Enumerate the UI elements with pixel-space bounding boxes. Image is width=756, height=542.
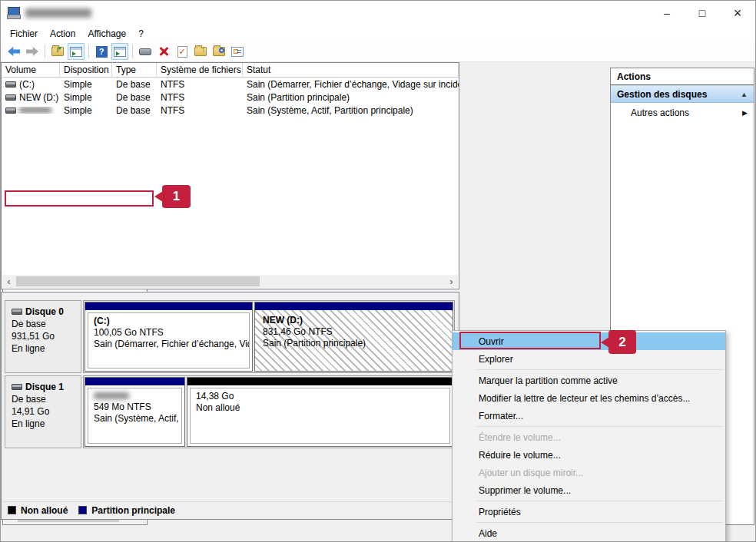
volume-row-new-d[interactable]: NEW (D:) Simple De base NTFS Sain (Parti… [2,91,459,104]
collapse-icon[interactable]: ▲ [741,91,748,98]
volume-type: De base [112,92,157,103]
console-window-button[interactable] [137,43,154,60]
partition-status: Sain (Démarrer, Fichier d’échange, Vida [94,339,244,350]
partition-size: 100,05 Go NTFS [94,327,244,339]
help-icon: ? [96,46,108,58]
show-action-pane-button[interactable] [111,43,128,60]
disk-graphical-panel: Disque 0 De base 931,51 Go En ligne (C:)… [1,292,459,520]
menu-help[interactable]: ? [132,27,150,41]
menu-affichage[interactable]: Affichage [81,27,132,41]
volume-row-redacted[interactable]: Simple De base NTFS Sain (Système, Actif… [2,104,459,117]
export-list-icon: ↱ [51,47,64,56]
action-pane-icon [114,47,126,57]
show-console-tree-button[interactable] [68,43,85,60]
scrollbar-thumb[interactable] [16,276,260,286]
back-icon [8,47,20,56]
computer-management-window: – □ × Fichier Action Affichage ? ↱ ? ✓ ↑ [0,0,756,542]
scroll-left-icon[interactable]: ‹ [2,275,15,288]
partition-context-menu: Ouvrir Explorer Marquer la partition com… [452,330,726,542]
help-button[interactable]: ? [93,43,110,60]
partition-new-d[interactable]: NEW (D:) 831,46 Go NTFS Sain (Partition … [254,302,453,372]
menu-item-modifier-lettre-lecteur[interactable]: Modifier la lettre de lecteur et les che… [453,389,725,407]
forward-icon [26,47,38,56]
volume-fs: NTFS [157,79,243,90]
menu-item-etendre-volume: Étendre le volume... [453,428,725,446]
volume-name: NEW (D:) [19,92,58,103]
disk-1-partitions: 549 Mo NTFS Sain (Système, Actif, Partit… [83,375,455,448]
volume-row-c[interactable]: (C:) Simple De base NTFS Sain (Démarrer,… [2,78,459,91]
delete-icon [158,46,169,57]
menu-action[interactable]: Action [44,27,81,41]
menu-item-formater[interactable]: Formater... [453,407,725,425]
partition-status: Non alloué [196,402,444,414]
partition-color-bar [85,302,252,310]
volume-name-redacted [19,107,51,114]
disk-kind: De base [12,318,81,330]
partition-color-bar [187,378,453,385]
partition-unallocated[interactable]: 14,38 Go Non alloué [187,377,453,447]
menubar: Fichier Action Affichage ? [1,25,755,41]
folder-up-icon: ↑ [194,47,207,56]
column-header-disposition[interactable]: Disposition [60,63,112,78]
forward-button[interactable] [24,43,41,60]
column-header-filesystem[interactable]: Système de fichiers [157,63,243,78]
partition-c[interactable]: (C:) 100,05 Go NTFS Sain (Démarrer, Fich… [85,302,253,372]
maximize-button[interactable]: □ [685,1,720,25]
properties-button[interactable] [229,43,246,60]
volume-type: De base [112,79,157,90]
partition-size: 14,38 Go [196,391,444,402]
menu-item-marquer-partition-active[interactable]: Marquer la partition comme active [453,372,725,389]
menu-item-aide[interactable]: Aide [453,524,725,542]
partition-name-redacted [94,392,129,399]
delete-button[interactable] [155,43,172,60]
volume-name: (C:) [19,79,35,90]
partition-size: 831,46 Go NTFS [263,326,445,338]
volume-disposition: Simple [60,92,112,103]
disk-name: Disque 1 [25,381,64,393]
volume-list-horizontal-scrollbar[interactable]: ‹ › [2,275,458,288]
menu-item-supprimer-volume[interactable]: Supprimer le volume... [453,481,725,499]
menu-item-proprietes[interactable]: Propriétés [453,503,725,521]
validate-button[interactable]: ✓ [174,43,191,60]
partition-system-reserved[interactable]: 549 Mo NTFS Sain (Système, Actif, Partit… [85,377,185,447]
volume-list-panel: Volume Disposition Type Système de fichi… [1,62,459,289]
folder-search-button[interactable] [211,43,227,60]
column-header-type[interactable]: Type [112,63,157,78]
toolbar-separator [132,45,133,58]
folder-up-button[interactable]: ↑ [192,43,209,60]
primary-partition-swatch [78,506,87,514]
toolbar-separator [88,45,89,58]
actions-group-label: Gestion des disques [617,89,707,100]
unallocated-swatch [8,506,16,514]
menu-separator [477,426,723,427]
disk-1-row: Disque 1 De base 14,91 Go En ligne 549 M… [5,375,455,448]
annotation-badge-step2: 2 [608,330,636,354]
autres-actions-item[interactable]: Autres actions ▶ [611,103,754,123]
annotation-badge-step1: 1 [162,185,191,208]
back-button[interactable] [5,43,22,60]
disk-size: 931,51 Go [12,330,81,342]
scroll-right-icon[interactable]: › [445,275,458,288]
menu-item-explorer[interactable]: Explorer [453,350,725,368]
close-button[interactable]: × [720,1,755,25]
disk-icon [12,309,22,315]
disk-status: En ligne [12,418,81,430]
volume-statut: Sain (Système, Actif, Partition principa… [243,105,459,116]
volume-statut: Sain (Partition principale) [243,92,459,103]
menu-separator [477,501,723,501]
column-header-volume[interactable]: Volume [2,63,60,78]
disk-1-label[interactable]: Disque 1 De base 14,91 Go En ligne [5,375,81,448]
actions-group-gestion-des-disques[interactable]: Gestion des disques ▲ [611,85,754,103]
disk-0-label[interactable]: Disque 0 De base 931,51 Go En ligne [5,300,81,373]
menu-item-reduire-volume[interactable]: Réduire le volume... [453,446,725,464]
window-title-redacted [25,8,91,18]
volume-icon [5,94,16,101]
disk-status: En ligne [12,342,81,355]
column-header-statut[interactable]: Statut [243,63,459,78]
minimize-button[interactable]: – [649,1,685,25]
menu-fichier[interactable]: Fichier [4,27,44,41]
volume-icon [5,107,16,114]
export-list-button[interactable]: ↱ [49,43,66,60]
unallocated-label: Non alloué [21,505,68,516]
volume-type: De base [112,105,157,116]
